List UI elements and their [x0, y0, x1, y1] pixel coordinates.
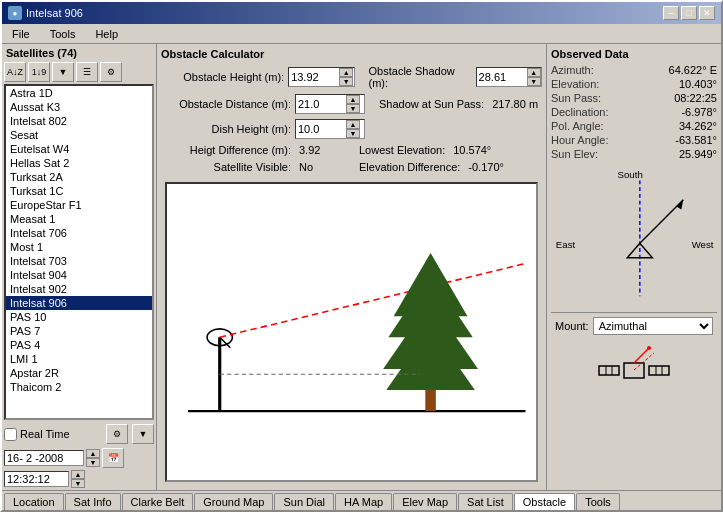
- obstacle-height-down[interactable]: ▼: [339, 77, 353, 86]
- tab-obstacle[interactable]: Obstacle: [514, 493, 575, 510]
- obstacle-height-input[interactable]: [289, 70, 339, 84]
- date-up-button[interactable]: ▲: [86, 449, 100, 458]
- sat-item-apstar2r[interactable]: Apstar 2R: [6, 366, 152, 380]
- sat-item-intelsat703[interactable]: Intelsat 703: [6, 254, 152, 268]
- elev-diff-label: Elevation Difference:: [359, 161, 460, 173]
- sat-item-most1[interactable]: Most 1: [6, 240, 152, 254]
- dish-height-input-container: ▲ ▼: [295, 119, 365, 139]
- satellite-icon-svg: [594, 343, 674, 398]
- sat-item-sesat[interactable]: Sesat: [6, 128, 152, 142]
- tab-sat-list[interactable]: Sat List: [458, 493, 513, 510]
- obstacle-distance-input-container: ▲ ▼: [295, 94, 365, 114]
- minimize-button[interactable]: –: [663, 6, 679, 20]
- mount-row: Mount: Azimuthal Polar: [551, 312, 717, 339]
- realtime-row: Real Time ⚙ ▼: [4, 422, 154, 446]
- tab-elev-map[interactable]: Elev Map: [393, 493, 457, 510]
- sat-item-pas10[interactable]: PAS 10: [6, 310, 152, 324]
- obs-sunpass-row: Sun Pass: 08:22:25: [551, 92, 717, 104]
- sat-item-intelsat906[interactable]: Intelsat 906: [6, 296, 152, 310]
- tab-bar: Location Sat Info Clarke Belt Ground Map…: [2, 490, 721, 510]
- svg-text:West: West: [692, 239, 714, 250]
- obstacle-calculator-panel: Obstacle Calculator Obstacle Height (m):…: [157, 44, 546, 490]
- mount-label: Mount:: [555, 320, 589, 332]
- dish-height-row: Dish Height (m): ▲ ▼: [161, 119, 542, 139]
- tab-ha-map[interactable]: HA Map: [335, 493, 392, 510]
- sat-item-intelsat802[interactable]: Intelsat 802: [6, 114, 152, 128]
- sat-item-aussatk3[interactable]: Aussat K3: [6, 100, 152, 114]
- satellite-list[interactable]: Astra 1D Aussat K3 Intelsat 802 Sesat Eu…: [4, 84, 154, 420]
- sat-item-pas7[interactable]: PAS 7: [6, 324, 152, 338]
- tab-sat-info[interactable]: Sat Info: [65, 493, 121, 510]
- date-down-button[interactable]: ▼: [86, 458, 100, 467]
- realtime-config-button[interactable]: ⚙: [106, 424, 128, 444]
- compass-area: South East West: [551, 162, 717, 312]
- obstacle-shadow-input-container: ▲ ▼: [476, 67, 542, 87]
- obs-azimuth-label: Azimuth:: [551, 64, 594, 76]
- realtime-spin-button[interactable]: ▼: [132, 424, 154, 444]
- menu-file[interactable]: File: [6, 27, 36, 41]
- sat-item-turksat2a[interactable]: Turksat 2A: [6, 170, 152, 184]
- svg-text:South: South: [618, 169, 643, 180]
- tab-ground-map[interactable]: Ground Map: [194, 493, 273, 510]
- realtime-label[interactable]: Real Time: [4, 428, 70, 441]
- sort-az-button[interactable]: A↓Z: [4, 62, 26, 82]
- dish-height-input[interactable]: [296, 122, 346, 136]
- obstacle-height-up[interactable]: ▲: [339, 68, 353, 77]
- time-spinner: ▲ ▼: [71, 470, 85, 488]
- obs-polangle-value: 34.262°: [679, 120, 717, 132]
- time-down-button[interactable]: ▼: [71, 479, 85, 488]
- filter2-button[interactable]: ☰: [76, 62, 98, 82]
- maximize-button[interactable]: □: [681, 6, 697, 20]
- obstacle-distance-label: Obstacle Distance (m):: [161, 98, 291, 110]
- date-input[interactable]: 16- 2 -2008: [4, 450, 84, 466]
- title-buttons: – □ ✕: [663, 6, 715, 20]
- sat-item-measat1[interactable]: Measat 1: [6, 212, 152, 226]
- settings-button[interactable]: ⚙: [100, 62, 122, 82]
- svg-rect-20: [649, 366, 669, 375]
- sat-item-intelsat706[interactable]: Intelsat 706: [6, 226, 152, 240]
- time-input[interactable]: 12:32:12: [4, 471, 69, 487]
- tab-location[interactable]: Location: [4, 493, 64, 510]
- obstacle-diagram-svg: [167, 184, 536, 480]
- obs-azimuth-row: Azimuth: 64.622° E: [551, 64, 717, 76]
- obs-hourangle-label: Hour Angle:: [551, 134, 608, 146]
- menu-help[interactable]: Help: [89, 27, 124, 41]
- sat-item-europestar[interactable]: EuropeStar F1: [6, 198, 152, 212]
- sat-item-eutelsatw4[interactable]: Eutelsat W4: [6, 142, 152, 156]
- obstacle-shadow-input[interactable]: [477, 70, 527, 84]
- sort-num-button[interactable]: 1↓9: [28, 62, 50, 82]
- sat-visible-value: No: [295, 161, 345, 173]
- sat-item-astra1d[interactable]: Astra 1D: [6, 86, 152, 100]
- filter-button[interactable]: ▼: [52, 62, 74, 82]
- realtime-checkbox[interactable]: [4, 428, 17, 441]
- sat-item-lmi1[interactable]: LMI 1: [6, 352, 152, 366]
- sat-item-thaicom2[interactable]: Thaicom 2: [6, 380, 152, 394]
- obstacle-distance-input[interactable]: [296, 97, 346, 111]
- obstacle-distance-row: Obstacle Distance (m): ▲ ▼ Shadow at Sun…: [161, 94, 542, 114]
- calendar-button[interactable]: 📅: [102, 448, 124, 468]
- obstacle-distance-down[interactable]: ▼: [346, 104, 360, 113]
- sat-item-intelsat904[interactable]: Intelsat 904: [6, 268, 152, 282]
- tab-tools[interactable]: Tools: [576, 493, 620, 510]
- menu-tools[interactable]: Tools: [44, 27, 82, 41]
- obs-hourangle-value: -63.581°: [675, 134, 717, 146]
- obstacle-shadow-up[interactable]: ▲: [527, 68, 541, 77]
- mount-select[interactable]: Azimuthal Polar: [593, 317, 713, 335]
- obs-polangle-row: Pol. Angle: 34.262°: [551, 120, 717, 132]
- close-button[interactable]: ✕: [699, 6, 715, 20]
- sat-item-turksat1c[interactable]: Turksat 1C: [6, 184, 152, 198]
- obstacle-shadow-spinner: ▲ ▼: [527, 68, 541, 86]
- sat-item-intelsat902[interactable]: Intelsat 902: [6, 282, 152, 296]
- date-row: 16- 2 -2008 ▲ ▼ 📅: [4, 448, 154, 468]
- sat-item-pas4[interactable]: PAS 4: [6, 338, 152, 352]
- obstacle-distance-spinner: ▲ ▼: [346, 95, 360, 113]
- obstacle-distance-up[interactable]: ▲: [346, 95, 360, 104]
- dish-height-up[interactable]: ▲: [346, 120, 360, 129]
- tab-sun-dial[interactable]: Sun Dial: [274, 493, 334, 510]
- tab-clarke-belt[interactable]: Clarke Belt: [122, 493, 194, 510]
- obstacle-shadow-down[interactable]: ▼: [527, 77, 541, 86]
- time-up-button[interactable]: ▲: [71, 470, 85, 479]
- dish-height-down[interactable]: ▼: [346, 129, 360, 138]
- obs-declination-label: Declination:: [551, 106, 608, 118]
- sat-item-hellas[interactable]: Hellas Sat 2: [6, 156, 152, 170]
